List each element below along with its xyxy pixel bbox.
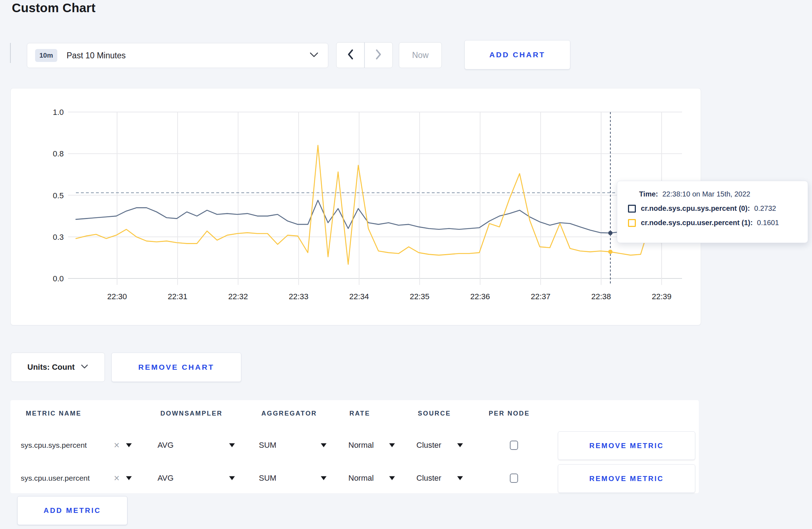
- custom-chart-page: Custom Chart 10m Past 10 Minutes Now ADD…: [0, 0, 812, 529]
- caret-down-icon[interactable]: [321, 443, 327, 447]
- page-title: Custom Chart: [12, 1, 96, 15]
- chevron-down-icon: [309, 52, 319, 59]
- add-chart-button[interactable]: ADD CHART: [464, 40, 570, 69]
- remove-chart-button[interactable]: REMOVE CHART: [111, 353, 241, 382]
- toolbar-divider: [10, 43, 11, 63]
- user-series-swatch-icon: [628, 219, 636, 227]
- caret-down-icon[interactable]: [229, 476, 235, 480]
- metric-name-select[interactable]: sys.cpu.sys.percent: [21, 441, 87, 450]
- caret-down-icon[interactable]: [229, 443, 235, 447]
- tooltip-series-label: cr.node.sys.cpu.user.percent (1):: [641, 219, 753, 227]
- col-header-source: SOURCE: [418, 410, 451, 417]
- source-select[interactable]: Cluster: [416, 441, 441, 450]
- prev-time-button[interactable]: [337, 43, 364, 68]
- caret-down-icon[interactable]: [457, 443, 463, 447]
- clear-metric-icon[interactable]: ×: [114, 473, 120, 484]
- time-range-label: Past 10 Minutes: [67, 51, 126, 60]
- tooltip-time-label: Time:: [639, 190, 658, 198]
- units-label: Units: Count: [28, 363, 75, 372]
- remove-metric-label: REMOVE METRIC: [589, 475, 664, 483]
- next-time-button[interactable]: [365, 43, 392, 68]
- remove-chart-label: REMOVE CHART: [138, 363, 214, 372]
- chevron-right-icon: [375, 49, 382, 62]
- table-row: sys.cpu.user.percent × AVG SUM Normal Cl…: [0, 462, 812, 495]
- rate-select[interactable]: Normal: [348, 474, 374, 483]
- add-metric-label: ADD METRIC: [44, 506, 101, 515]
- clear-metric-icon[interactable]: ×: [114, 440, 120, 451]
- per-node-checkbox[interactable]: [510, 474, 518, 483]
- col-header-per-node: PER NODE: [489, 410, 530, 417]
- now-button[interactable]: Now: [399, 42, 442, 68]
- aggregator-select[interactable]: SUM: [259, 474, 276, 483]
- add-chart-label: ADD CHART: [489, 50, 545, 59]
- col-header-downsampler: DOWNSAMPLER: [160, 410, 223, 417]
- add-metric-button[interactable]: ADD METRIC: [17, 496, 127, 525]
- remove-metric-button[interactable]: REMOVE METRIC: [558, 431, 695, 460]
- tooltip-time-value: 22:38:10 on Mar 15th, 2022: [662, 190, 750, 198]
- caret-down-icon[interactable]: [389, 443, 395, 447]
- col-header-metric-name: METRIC NAME: [26, 410, 82, 417]
- time-range-dropdown[interactable]: 10m Past 10 Minutes: [27, 43, 328, 68]
- remove-metric-button[interactable]: REMOVE METRIC: [558, 464, 695, 493]
- caret-down-icon[interactable]: [321, 476, 327, 480]
- units-dropdown[interactable]: Units: Count: [11, 353, 105, 382]
- aggregator-select[interactable]: SUM: [259, 441, 276, 450]
- metric-name-select[interactable]: sys.cpu.user.percent: [21, 474, 90, 482]
- downsampler-select[interactable]: AVG: [158, 441, 174, 450]
- tooltip-series-value: 0.1601: [757, 219, 779, 227]
- col-header-rate: RATE: [349, 410, 370, 417]
- time-pager: [336, 42, 393, 68]
- table-row: sys.cpu.sys.percent × AVG SUM Normal Clu…: [0, 429, 812, 462]
- caret-down-icon[interactable]: [389, 476, 395, 480]
- chevron-down-icon: [81, 364, 88, 370]
- chart-panel[interactable]: [10, 88, 701, 325]
- chevron-left-icon: [347, 49, 354, 62]
- chart-tooltip: Time: 22:38:10 on Mar 15th, 2022 cr.node…: [617, 181, 808, 243]
- per-node-checkbox[interactable]: [510, 441, 518, 450]
- sys-series-swatch-icon: [628, 205, 636, 213]
- downsampler-select[interactable]: AVG: [158, 474, 174, 483]
- time-range-badge: 10m: [35, 49, 57, 62]
- col-header-aggregator: AGGREGATOR: [261, 410, 317, 417]
- tooltip-series-value: 0.2732: [754, 204, 776, 213]
- caret-down-icon[interactable]: [457, 476, 463, 480]
- caret-down-icon[interactable]: [126, 443, 132, 447]
- now-button-label: Now: [412, 50, 429, 60]
- caret-down-icon[interactable]: [126, 476, 132, 480]
- remove-metric-label: REMOVE METRIC: [589, 442, 664, 450]
- source-select[interactable]: Cluster: [416, 474, 441, 483]
- tooltip-series-label: cr.node.sys.cpu.sys.percent (0):: [641, 204, 750, 213]
- rate-select[interactable]: Normal: [348, 441, 374, 450]
